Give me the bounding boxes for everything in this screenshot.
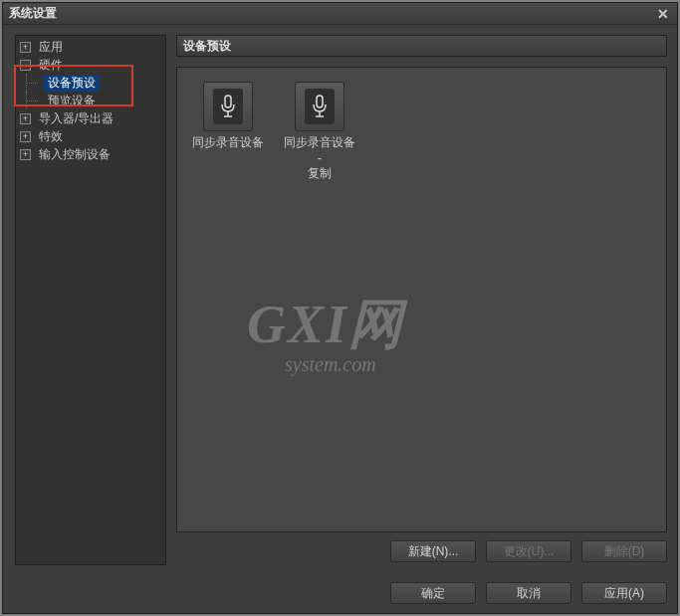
expand-icon[interactable]: + — [20, 149, 31, 160]
cancel-button[interactable]: 取消 — [486, 582, 571, 604]
panel-title: 设备预设 — [183, 38, 231, 55]
watermark: GXI网 system.com — [247, 289, 404, 376]
panel-button-row: 新建(N)... 更改(U)... 删除(D) — [176, 540, 667, 562]
tree-item-label: 预览设备 — [44, 93, 100, 109]
titlebar: 系统设置 ✕ — [3, 3, 677, 25]
tree-item[interactable]: +输入控制设备 — [16, 145, 165, 163]
preset-item[interactable]: 同步录音设备 - 复制 — [283, 82, 356, 182]
apply-button[interactable]: 应用(A) — [581, 582, 667, 604]
preset-label: 同步录音设备 - 复制 — [283, 135, 356, 182]
panel-header: 设备预设 — [176, 35, 667, 57]
tree-item[interactable]: 预览设备 — [16, 92, 165, 109]
tree-item-label: 硬件 — [35, 57, 67, 74]
tree-item[interactable]: -硬件 — [16, 56, 165, 74]
change-button[interactable]: 更改(U)... — [486, 540, 571, 562]
collapse-icon[interactable]: - — [20, 60, 31, 71]
expand-icon[interactable]: + — [20, 131, 31, 142]
ok-button[interactable]: 确定 — [390, 582, 476, 604]
tree-item-label: 应用 — [35, 39, 67, 56]
watermark-subtext: system.com — [285, 353, 404, 376]
system-settings-dialog: 系统设置 ✕ +应用-硬件设备预设预览设备+导入器/导出器+特效+输入控制设备 … — [2, 2, 678, 614]
tree-item[interactable]: 设备预设 — [16, 74, 165, 92]
sidebar-tree: +应用-硬件设备预设预览设备+导入器/导出器+特效+输入控制设备 — [15, 35, 166, 565]
tree-item-label: 设备预设 — [44, 75, 100, 92]
svg-rect-3 — [317, 96, 323, 107]
tree-item-label: 导入器/导出器 — [35, 110, 117, 127]
expand-icon[interactable]: + — [20, 42, 31, 53]
tree-item[interactable]: +导入器/导出器 — [16, 109, 165, 127]
expand-icon[interactable]: + — [20, 113, 31, 124]
preset-grid: 同步录音设备 同步录音设备 - 复制 GXI网 — [176, 67, 667, 532]
svg-rect-0 — [225, 96, 231, 107]
close-icon[interactable]: ✕ — [655, 6, 671, 22]
preset-label: 同步录音设备 — [192, 135, 264, 151]
new-button[interactable]: 新建(N)... — [390, 540, 476, 562]
microphone-icon — [295, 82, 344, 131]
tree-item-label: 特效 — [35, 128, 67, 145]
window-title: 系统设置 — [9, 5, 655, 22]
tree-item-label: 输入控制设备 — [35, 146, 114, 163]
tree-item[interactable]: +特效 — [16, 127, 165, 145]
watermark-text: GXI网 — [247, 289, 404, 361]
microphone-icon — [203, 82, 253, 131]
footer-button-row: 确定 取消 应用(A) — [176, 582, 667, 604]
tree-item[interactable]: +应用 — [16, 38, 165, 56]
preset-item[interactable]: 同步录音设备 — [191, 82, 265, 151]
dialog-body: +应用-硬件设备预设预览设备+导入器/导出器+特效+输入控制设备 设备预设 — [3, 25, 677, 613]
delete-button[interactable]: 删除(D) — [581, 540, 667, 562]
